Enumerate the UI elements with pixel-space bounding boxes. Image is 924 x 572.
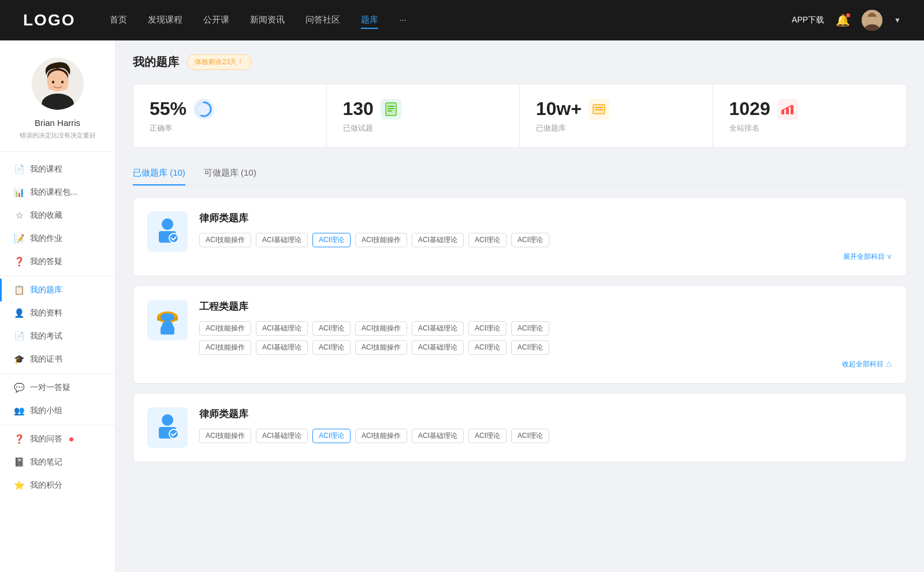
collapse-link-1[interactable]: 收起全部科目 △	[199, 359, 892, 369]
svg-point-34	[169, 429, 178, 439]
sidebar-item-7[interactable]: 📄我的考试	[0, 325, 115, 348]
sidebar-label-5: 我的题库	[30, 285, 62, 295]
tag-1-4[interactable]: ACI基础理论	[412, 321, 464, 336]
svg-point-32	[162, 414, 173, 426]
svg-point-9	[61, 81, 64, 84]
tag-2-5[interactable]: ACI理论	[468, 429, 506, 443]
bank-body-0: 律师类题库 ACI技能操作 ACI基础理论 ACI理论 ACI技能操作 ACI基…	[199, 211, 892, 262]
bank-icon-lawyer-0	[147, 211, 188, 252]
sidebar-label-11: 我的问答	[30, 434, 62, 444]
stat-icon-ranking	[777, 99, 798, 120]
tag-2-0[interactable]: ACI技能操作	[199, 429, 251, 443]
sidebar-icon-4: ❓	[14, 257, 24, 267]
tags-row-0: ACI技能操作 ACI基础理论 ACI理论 ACI技能操作 ACI基础理论 AC…	[199, 233, 892, 247]
tag-2-3[interactable]: ACI技能操作	[355, 429, 407, 443]
sidebar-item-2[interactable]: ☆我的收藏	[0, 204, 115, 227]
nav-link-more[interactable]: ···	[399, 12, 407, 29]
tag-2-6[interactable]: ACI理论	[511, 429, 549, 443]
tag-0-0[interactable]: ACI技能操作	[199, 233, 251, 247]
sidebar-item-4[interactable]: ❓我的答疑	[0, 250, 115, 273]
sidebar-item-13[interactable]: ⭐我的积分	[0, 474, 115, 497]
tag-1-6[interactable]: ACI理论	[511, 321, 549, 336]
tag-1-2[interactable]: ACI理论	[312, 321, 351, 336]
tags-row-2: ACI技能操作 ACI基础理论 ACI理论 ACI技能操作 ACI基础理论 AC…	[199, 429, 892, 443]
profile-name: Brian Harris	[35, 118, 80, 128]
sidebar-label-2: 我的收藏	[30, 210, 62, 221]
stat-label-banks: 已做题库	[536, 123, 696, 133]
sidebar-icon-0: 📄	[14, 164, 24, 174]
tag-0-4[interactable]: ACI基础理论	[412, 233, 464, 247]
notification-bell-icon[interactable]: 🔔	[836, 13, 850, 27]
tag-0-5[interactable]: ACI理论	[468, 233, 506, 247]
nav-link-news[interactable]: 新闻资讯	[250, 12, 285, 29]
svg-rect-23	[791, 105, 793, 114]
stat-icon-questions	[381, 99, 401, 120]
sidebar-label-3: 我的作业	[30, 233, 62, 244]
avatar	[32, 58, 84, 110]
tab-available[interactable]: 可做题库 (10)	[204, 162, 256, 185]
svg-point-26	[169, 233, 178, 243]
tag-0-6[interactable]: ACI理论	[511, 233, 549, 247]
sidebar-item-6[interactable]: 👤我的资料	[0, 302, 115, 325]
bank-title-1: 工程类题库	[199, 300, 892, 313]
tag-2-2[interactable]: ACI理论	[312, 429, 351, 443]
stat-icon-banks	[588, 99, 609, 120]
stat-done-questions: 130 已做试题	[327, 84, 520, 147]
sidebar-icon-6: 👤	[14, 308, 24, 318]
tag-1b-4[interactable]: ACI基础理论	[412, 340, 464, 355]
sidebar-label-10: 我的小组	[30, 406, 62, 416]
tag-0-2[interactable]: ACI理论	[312, 233, 351, 247]
tab-done[interactable]: 已做题库 (10)	[133, 162, 185, 185]
nav-link-discover[interactable]: 发现课程	[148, 12, 182, 29]
tag-2-4[interactable]: ACI基础理论	[412, 429, 464, 443]
sidebar-label-9: 一对一答疑	[30, 382, 70, 393]
tag-1b-5[interactable]: ACI理论	[468, 340, 506, 355]
bank-icon-lawyer-2	[147, 407, 188, 448]
stat-label-ranking: 全站排名	[729, 123, 891, 133]
tags-row-1b: ACI技能操作 ACI基础理论 ACI理论 ACI技能操作 ACI基础理论 AC…	[199, 340, 892, 355]
tag-1b-2[interactable]: ACI理论	[312, 340, 351, 355]
svg-rect-21	[781, 110, 784, 114]
sidebar-item-12[interactable]: 📓我的笔记	[0, 451, 115, 474]
sidebar-label-8: 我的证书	[30, 354, 62, 365]
sidebar-item-8[interactable]: 🎓我的证书	[0, 348, 115, 371]
tag-1-0[interactable]: ACI技能操作	[199, 321, 251, 336]
page-title: 我的题库	[133, 54, 179, 70]
sidebar-label-4: 我的答疑	[30, 257, 62, 267]
stat-icon-correct	[193, 99, 214, 120]
sidebar-divider-11	[0, 425, 115, 425]
nav-link-qa[interactable]: 问答社区	[305, 12, 340, 29]
bank-card-2: 律师类题库 ACI技能操作 ACI基础理论 ACI理论 ACI技能操作 ACI基…	[133, 393, 907, 462]
tag-1-1[interactable]: ACI基础理论	[256, 321, 308, 336]
tag-0-1[interactable]: ACI基础理论	[256, 233, 308, 247]
sidebar-item-3[interactable]: 📝我的作业	[0, 227, 115, 250]
sidebar-item-9[interactable]: 💬一对一答疑	[0, 376, 115, 399]
sidebar-item-10[interactable]: 👥我的小组	[0, 399, 115, 422]
tag-1b-3[interactable]: ACI技能操作	[355, 340, 407, 355]
sidebar-icon-13: ⭐	[14, 480, 24, 491]
user-menu-chevron-icon[interactable]: ▼	[894, 16, 901, 24]
sidebar-item-1[interactable]: 📊我的课程包...	[0, 181, 115, 204]
tag-1b-6[interactable]: ACI理论	[511, 340, 549, 355]
sidebar-item-11[interactable]: ❓我的问答	[0, 428, 115, 451]
nav-link-open[interactable]: 公开课	[203, 12, 229, 29]
expand-link-0[interactable]: 展开全部科目 ∨	[199, 252, 892, 262]
nav-links: 首页 发现课程 公开课 新闻资讯 问答社区 题库 ···	[110, 12, 792, 29]
tag-1b-0[interactable]: ACI技能操作	[199, 340, 251, 355]
stat-value-banks: 10w+	[536, 98, 582, 120]
nav-link-bank[interactable]: 题库	[361, 12, 378, 29]
tabs-row: 已做题库 (10) 可做题库 (10)	[133, 162, 907, 185]
tag-1b-1[interactable]: ACI基础理论	[256, 340, 308, 355]
sidebar-label-1: 我的课程包...	[30, 187, 77, 198]
tag-1-3[interactable]: ACI技能操作	[355, 321, 407, 336]
nav-link-home[interactable]: 首页	[110, 12, 127, 29]
logo: LOGO	[23, 11, 75, 29]
sidebar-item-0[interactable]: 📄我的课程	[0, 158, 115, 181]
tag-2-1[interactable]: ACI基础理论	[256, 429, 308, 443]
stat-done-banks: 10w+ 已做题库	[520, 84, 713, 147]
tag-1-5[interactable]: ACI理论	[468, 321, 506, 336]
user-avatar[interactable]	[862, 10, 882, 31]
app-download-btn[interactable]: APP下载	[792, 15, 824, 25]
sidebar-item-5[interactable]: 📋我的题库	[0, 278, 115, 302]
tag-0-3[interactable]: ACI技能操作	[355, 233, 407, 247]
